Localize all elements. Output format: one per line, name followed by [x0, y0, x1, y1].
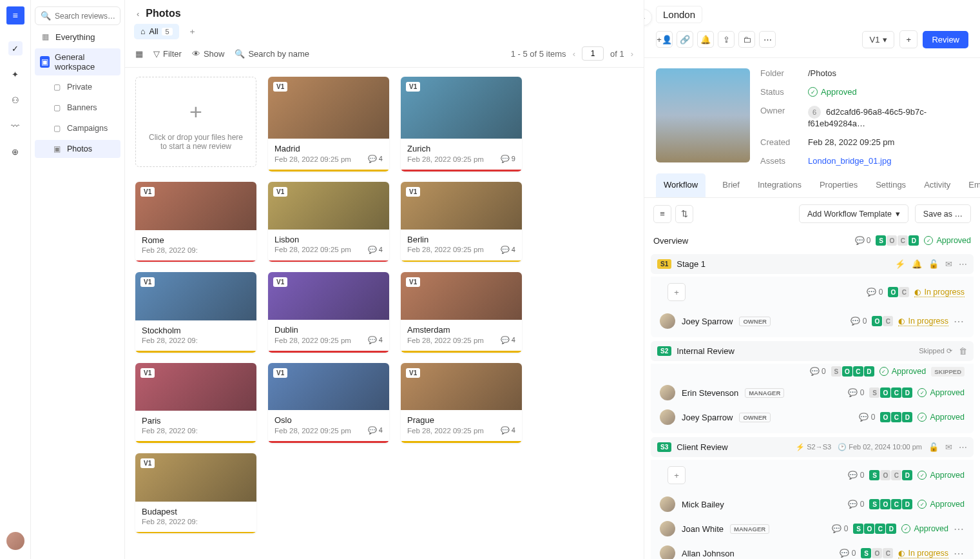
filter-button[interactable]: ▽Filter	[153, 49, 182, 59]
stage-chip: S1	[657, 259, 671, 269]
review-card[interactable]: V1 Dublin Feb 28, 2022 09:25 pm💬 4	[268, 272, 389, 352]
review-button[interactable]: Review	[923, 31, 968, 48]
reviewer-row: Mick Bailey 💬 0SOCDApproved	[651, 492, 974, 516]
card-comments: 💬 4	[368, 336, 383, 344]
lock-icon[interactable]: 🔓	[928, 259, 939, 269]
nav-private[interactable]: ▢ Private	[35, 78, 120, 96]
add-tab-button[interactable]: ＋	[184, 23, 200, 40]
workflow-tab-integrations[interactable]: Integrations	[756, 173, 803, 197]
bolt-icon[interactable]: ⚡	[895, 259, 905, 269]
stage-name: Client Review	[677, 442, 727, 452]
review-card[interactable]: V1 Paris Feb 28, 2022 09:	[135, 363, 256, 443]
reviewer-row: Joey SparrowOWNER 💬 0OCDApproved	[651, 405, 974, 429]
bell-icon[interactable]: 🔔	[912, 259, 922, 269]
filter-label: Filter	[163, 49, 182, 59]
meta-assets-link[interactable]: London_bridge_01.jpg	[808, 156, 968, 166]
review-card[interactable]: V1 Budapest Feb 28, 2022 09:	[135, 453, 256, 533]
bell-icon[interactable]: 🔔	[697, 31, 714, 48]
tab-all[interactable]: ⌂ All 5	[134, 24, 179, 39]
row-more-icon[interactable]: ⋯	[954, 547, 965, 560]
review-card[interactable]: V1 Madrid Feb 28, 2022 09:25 pm💬 4	[268, 77, 389, 172]
status-approved: Approved	[918, 388, 965, 397]
nav-workspace[interactable]: ▣ General workspace	[35, 48, 120, 75]
user-avatar[interactable]	[6, 532, 24, 550]
meta-folder-value[interactable]: /Photos	[808, 68, 968, 78]
nav-campaigns[interactable]: ▢ Campaigns	[35, 119, 120, 137]
card-date: Feb 28, 2022 09:25 pm	[274, 337, 351, 344]
row-more-icon[interactable]: ⋯	[954, 523, 965, 535]
folder-add-icon[interactable]: 🗀	[738, 31, 755, 48]
dots-icon[interactable]: ⋯	[959, 259, 967, 269]
reviewer-avatar	[660, 496, 675, 512]
add-member-icon[interactable]: +👤	[656, 31, 673, 48]
card-date: Feb 28, 2022 09:	[142, 518, 198, 525]
review-card[interactable]: V1 Rome Feb 28, 2022 09:	[135, 182, 256, 262]
dots-icon[interactable]: ⋯	[959, 442, 967, 452]
show-button[interactable]: 👁Show	[192, 49, 225, 59]
review-card[interactable]: V1 Zurich Feb 28, 2022 09:25 pm💬 9	[401, 77, 522, 172]
add-reviewer-button[interactable]: +	[668, 283, 686, 301]
save-as-button[interactable]: Save as …	[915, 204, 971, 223]
meta-created-key: Created	[760, 137, 796, 147]
more-icon[interactable]: ⋯	[759, 31, 776, 48]
workflow-tabs: WorkflowBriefIntegrationsPropertiesSetti…	[644, 173, 980, 198]
rail-add-icon[interactable]: ⊕	[8, 144, 23, 159]
trash-icon[interactable]: 🗑	[959, 346, 967, 356]
row-more-icon[interactable]: ⋯	[954, 315, 965, 328]
pager-next[interactable]: ›	[631, 49, 633, 59]
page-input[interactable]	[582, 46, 604, 61]
search-name-button[interactable]: 🔍Search by name	[235, 49, 309, 59]
nav-photos[interactable]: ▣ Photos	[35, 140, 120, 158]
grid-icon: ▦	[40, 32, 50, 42]
sort-toggle[interactable]: ⇅	[675, 205, 693, 223]
rail-people-icon[interactable]: ⚇	[8, 93, 23, 107]
pager-prev[interactable]: ‹	[573, 49, 575, 59]
workflow-tab-brief[interactable]: Brief	[721, 173, 741, 197]
add-version-button[interactable]: +	[899, 30, 918, 48]
add-template-button[interactable]: Add Workflow Template▾	[799, 204, 908, 223]
workflow-tab-activity[interactable]: Activity	[923, 173, 952, 197]
lock-icon[interactable]: 🔓	[928, 442, 939, 452]
review-card[interactable]: V1 Oslo Feb 28, 2022 09:25 pm💬 4	[268, 363, 389, 443]
version-selector[interactable]: V1▾	[862, 31, 894, 48]
nav-banners[interactable]: ▢ Banners	[35, 99, 120, 117]
search-box[interactable]: 🔍	[35, 6, 120, 25]
upload-card[interactable]: + Click or drop your files here to start…	[135, 77, 256, 167]
rail-check-icon[interactable]: ✓	[8, 41, 23, 55]
nav-everything[interactable]: ▦ Everything	[35, 28, 120, 46]
meta-owner-value: 66d2cafd6-96a8-46c5-9b7c-f61eb49284a…	[808, 106, 968, 128]
review-card[interactable]: V1 Prague Feb 28, 2022 09:25 pm💬 4	[401, 363, 522, 443]
workflow-tab-emails[interactable]: Emails	[967, 173, 980, 197]
rail-sparkle-icon[interactable]: ✦	[8, 67, 23, 81]
workflow-tab-properties[interactable]: Properties	[818, 173, 859, 197]
share-icon[interactable]: ⇪	[718, 31, 735, 48]
link-icon[interactable]: 🔗	[677, 31, 693, 48]
review-card[interactable]: V1 Berlin Feb 28, 2022 09:25 pm💬 4	[401, 182, 522, 262]
add-reviewer-button[interactable]: +	[668, 466, 686, 484]
mail-icon[interactable]: ✉	[945, 259, 952, 269]
view-grid-button[interactable]: ▦	[135, 49, 143, 59]
stage-body: + 💬 0SOCDApproved Mick Bailey 💬 0SOCDApp…	[651, 460, 974, 559]
overview-label: Overview	[653, 236, 688, 246]
stage-comments: 💬 0	[810, 367, 826, 376]
review-card[interactable]: V1 Stockholm Feb 28, 2022 09:	[135, 272, 256, 352]
stage-name: Internal Review	[677, 346, 735, 356]
workflow-tab-settings[interactable]: Settings	[874, 173, 907, 197]
list-view-toggle[interactable]: ≡	[653, 205, 671, 223]
back-button[interactable]: ‹	[137, 9, 139, 19]
reviewer-name: Allan Johnson	[682, 549, 735, 558]
search-icon: 🔍	[235, 49, 245, 59]
skipped-label: Skipped ⟳	[919, 347, 952, 355]
stage-header[interactable]: S2Internal Review Skipped ⟳🗑	[651, 341, 974, 361]
mail-icon[interactable]: ✉	[945, 442, 952, 452]
status-approved: Approved	[879, 367, 927, 376]
status-in-progress: In progress	[914, 288, 965, 297]
app-logo[interactable]: ≡	[6, 6, 24, 25]
review-card[interactable]: V1 Amsterdam Feb 28, 2022 09:25 pm💬 4	[401, 272, 522, 352]
workflow-tab-workflow[interactable]: Workflow	[656, 173, 706, 197]
stage-header[interactable]: S3Client Review ⚡ S2→S3🕑 Feb 02, 2024 10…	[651, 437, 974, 457]
rail-analytics-icon[interactable]: 〰	[8, 119, 23, 133]
stage-header[interactable]: S1Stage 1 ⚡🔔🔓✉⋯	[651, 254, 974, 274]
review-card[interactable]: V1 Lisbon Feb 28, 2022 09:25 pm💬 4	[268, 182, 389, 262]
card-comments: 💬 4	[368, 426, 383, 435]
